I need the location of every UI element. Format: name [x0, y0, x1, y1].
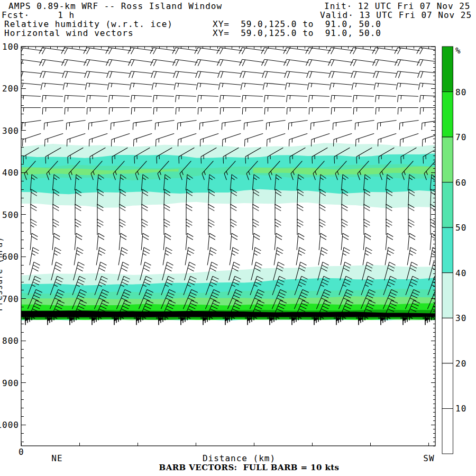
x-tick-zero: 0: [19, 447, 24, 456]
y-tick-label: 700: [0, 294, 19, 304]
y-tick-label: 900: [0, 378, 19, 388]
y-tick-label: 500: [0, 210, 19, 220]
colorbar-tick-label: 40: [455, 268, 466, 278]
amps-cross-section-page: AMPS 0.89-km WRF -- Ross Island Window I…: [0, 0, 476, 476]
y-tick-label: 100: [0, 42, 19, 52]
rh-wind-cross-section: [0, 0, 476, 476]
y-tick-label: 400: [0, 168, 19, 178]
y-tick-label: 1000: [0, 420, 19, 430]
y-tick-label: 600: [0, 252, 19, 262]
colorbar-tick-label: 80: [455, 87, 466, 97]
x-axis-title: Distance (km): [186, 454, 292, 463]
x-right-endpoint-label: SW: [422, 454, 436, 463]
y-tick-label: 200: [0, 84, 19, 94]
y-tick-label: 300: [0, 126, 19, 136]
barb-vectors-note: BARB VECTORS: FULL BARB = 10 kts: [143, 463, 355, 472]
colorbar-tick-label: 50: [455, 223, 466, 233]
x-left-endpoint-label: NE: [50, 454, 64, 463]
colorbar-tick-label: 30: [455, 313, 466, 323]
axis-ticks: [21, 47, 435, 446]
colorbar-tick-label: 20: [455, 359, 466, 369]
colorbar-tick-label: 10: [455, 404, 466, 414]
colorbar: [442, 47, 453, 454]
colorbar-tick-label: 70: [455, 132, 466, 142]
plot-border: [21, 47, 435, 446]
colorbar-tick-label: 60: [455, 178, 466, 188]
y-tick-label: 800: [0, 336, 19, 346]
colorbar-unit: %: [455, 45, 461, 56]
